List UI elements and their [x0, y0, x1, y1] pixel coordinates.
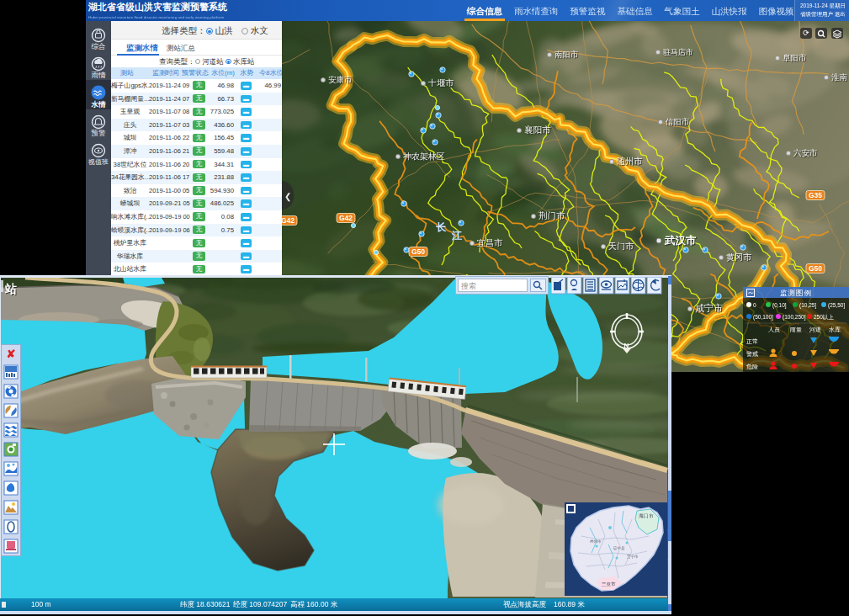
svg-text:河道: 河道: [809, 327, 821, 333]
svg-text:0: 0: [753, 302, 756, 308]
svg-text:(0,10]: (0,10]: [772, 302, 787, 309]
svg-text:(100,250]: (100,250]: [783, 314, 806, 321]
svg-text:海口市: 海口市: [639, 512, 654, 519]
svg-text:(50,100]: (50,100]: [753, 314, 773, 321]
svg-text:250以上: 250以上: [814, 314, 834, 320]
svg-text:江: 江: [451, 230, 462, 242]
svg-text:(10,25]: (10,25]: [799, 302, 816, 309]
svg-text:人员: 人员: [768, 327, 780, 333]
svg-text:长: 长: [436, 221, 447, 233]
svg-text:六安市: 六安市: [793, 148, 818, 157]
svg-text:G50: G50: [809, 264, 822, 273]
svg-text:信阳市: 信阳市: [665, 117, 690, 126]
svg-text:万宁市: 万宁市: [627, 555, 639, 559]
svg-text:宜昌市: 宜昌市: [477, 238, 503, 247]
svg-text:阜阳市: 阜阳市: [783, 53, 807, 62]
svg-text:警戒: 警戒: [746, 351, 758, 358]
svg-text:站: 站: [4, 282, 17, 295]
svg-text:三亚市: 三亚市: [602, 581, 616, 587]
svg-text:驻马店市: 驻马店市: [663, 48, 693, 56]
svg-text:❮: ❮: [284, 192, 291, 202]
svg-text:(25,50]: (25,50]: [828, 302, 845, 309]
svg-text:G42: G42: [282, 216, 294, 225]
svg-text:危险: 危险: [746, 364, 758, 369]
svg-text:N: N: [624, 342, 629, 349]
svg-text:水库: 水库: [829, 327, 841, 332]
svg-text:淮南: 淮南: [831, 72, 847, 82]
svg-text:琼中县: 琼中县: [613, 546, 625, 550]
svg-text:随州市: 随州市: [617, 157, 643, 166]
svg-text:襄阳市: 襄阳市: [524, 125, 551, 135]
svg-text:咸宁市: 咸宁市: [695, 303, 723, 313]
svg-text:十堰市: 十堰市: [427, 78, 454, 88]
svg-text:武汉市: 武汉市: [664, 235, 697, 247]
svg-text:安康市: 安康市: [328, 75, 353, 84]
svg-text:雨量: 雨量: [790, 327, 802, 332]
svg-text:儋州市: 儋州市: [589, 539, 602, 544]
svg-text:G42: G42: [339, 214, 353, 222]
svg-text:G50: G50: [411, 247, 425, 256]
svg-text:天门市: 天门市: [608, 242, 634, 251]
svg-text:黄冈市: 黄冈市: [726, 252, 752, 262]
svg-text:G35: G35: [809, 191, 822, 199]
svg-text:神农架林区: 神农架林区: [403, 151, 445, 161]
svg-text:南阳市: 南阳市: [555, 50, 579, 59]
svg-text:荆门市: 荆门市: [539, 210, 565, 220]
svg-text:正常: 正常: [746, 338, 758, 344]
